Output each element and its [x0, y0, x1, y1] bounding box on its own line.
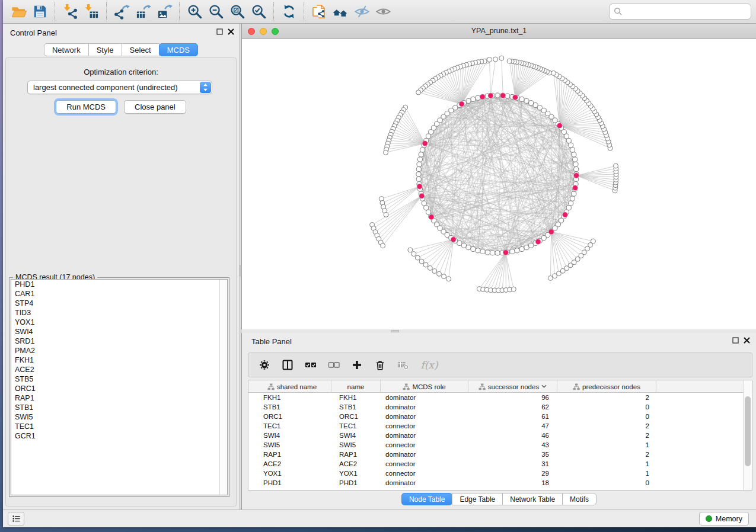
table-scrollbar-thumb[interactable]	[745, 396, 751, 466]
table-row-YOX1[interactable]: YOX1YOX1connector291	[248, 469, 744, 478]
result-node-item[interactable]: YOX1	[11, 318, 227, 327]
cell-predecessor-nodes: 2	[557, 393, 656, 402]
column-label: name	[347, 383, 365, 390]
import-network-button[interactable]	[59, 2, 81, 22]
cell-MCDS-role: dominator	[381, 412, 468, 421]
column-header-MCDS-role[interactable]: MCDS role	[381, 380, 468, 393]
column-type-icon	[403, 383, 410, 390]
export-image-button[interactable]	[154, 2, 175, 22]
float-panel-icon[interactable]	[216, 28, 223, 35]
splitter-grip-h[interactable]	[391, 330, 399, 332]
task-history-button[interactable]	[8, 512, 24, 525]
select-all-checkboxes-button[interactable]	[303, 357, 318, 373]
tab-style[interactable]: Style	[88, 43, 122, 56]
function-builder-button: f(x)	[419, 357, 440, 373]
result-node-item[interactable]: TID3	[11, 308, 227, 318]
table-tab-motifs[interactable]: Motifs	[562, 493, 596, 505]
result-node-item[interactable]: ORC1	[11, 384, 227, 393]
criterion-dropdown-value: largest connected component (undirected)	[33, 83, 200, 92]
zoom-selected-icon	[251, 4, 267, 20]
column-header-successor-nodes[interactable]: successor nodes	[468, 380, 557, 393]
table-header-row: shared namenameMCDS rolesuccessor nodesp…	[248, 380, 744, 393]
first-neighbors-button[interactable]	[330, 2, 351, 22]
split-columns-button[interactable]	[280, 357, 295, 373]
network-title: YPA_prune.txt_1	[242, 27, 756, 35]
network-canvas[interactable]	[242, 39, 755, 329]
result-node-item[interactable]: CAR1	[11, 289, 227, 299]
close-panel-icon[interactable]	[228, 28, 234, 35]
result-node-item[interactable]: PHD1	[11, 280, 227, 289]
deselect-all-checkboxes-button[interactable]	[326, 357, 342, 373]
table-tab-node-table[interactable]: Node Table	[401, 493, 453, 505]
run-mcds-button[interactable]: Run MCDS	[56, 100, 116, 114]
result-node-item[interactable]: STB1	[11, 403, 227, 412]
result-node-item[interactable]: TEC1	[11, 422, 227, 431]
import-table-button[interactable]	[81, 2, 102, 22]
refresh-button[interactable]	[278, 2, 299, 22]
table-tab-network-table[interactable]: Network Table	[502, 493, 563, 505]
export-network-button[interactable]	[111, 2, 132, 22]
tab-select[interactable]: Select	[122, 43, 160, 56]
cell-successor-nodes: 62	[468, 402, 557, 412]
result-node-item[interactable]: STP4	[11, 299, 227, 308]
cell-shared-name: YOX1	[253, 469, 331, 478]
result-node-item[interactable]: SWI4	[11, 327, 227, 336]
show-all-button[interactable]	[372, 2, 394, 22]
duplicate-network-button[interactable]	[308, 2, 330, 22]
table-tab-edge-table[interactable]: Edge Table	[452, 493, 503, 505]
table-row-RAP1[interactable]: RAP1RAP1dominator352	[248, 450, 744, 459]
tab-mcds[interactable]: MCDS	[159, 43, 198, 56]
float-table-panel-icon[interactable]	[732, 337, 739, 344]
table-row-STB1[interactable]: STB1STB1dominator620	[248, 402, 744, 412]
zoom-fit-button[interactable]	[227, 2, 248, 22]
cell-MCDS-role: dominator	[381, 450, 468, 459]
delete-column-button[interactable]	[372, 357, 388, 373]
desktop-background: Control Panel NetworkStyleSelectMCDS Opt…	[0, 0, 756, 532]
mcds-result-list[interactable]: PHD1CAR1STP4TID3YOX1SWI4SRD1PMA2FKH1ACE2…	[11, 279, 228, 495]
export-table-button[interactable]	[132, 2, 154, 22]
column-header-name[interactable]: name	[331, 380, 381, 393]
cell-name: FKH1	[331, 393, 381, 402]
list-icon	[11, 514, 21, 524]
table-scrollbar[interactable]	[743, 380, 752, 490]
result-node-item[interactable]: PMA2	[11, 346, 227, 355]
column-header-shared-name[interactable]: shared name	[253, 380, 331, 393]
zoom-in-button[interactable]	[184, 2, 205, 22]
close-table-panel-icon[interactable]	[744, 337, 750, 344]
result-node-item[interactable]: SRD1	[11, 336, 227, 346]
toolbar-separator	[304, 2, 304, 21]
result-node-item[interactable]: STB5	[11, 374, 227, 384]
delete-column-icon	[374, 359, 386, 371]
search-input[interactable]	[623, 7, 747, 16]
column-header-predecessor-nodes[interactable]: predecessor nodes	[557, 380, 656, 393]
table-row-SWI5[interactable]: SWI5SWI5connector431	[248, 440, 744, 450]
cell-MCDS-role: dominator	[381, 478, 468, 488]
close-panel-button[interactable]: Close panel	[124, 100, 186, 114]
table-row-PHD1[interactable]: PHD1PHD1dominator180	[248, 478, 744, 488]
table-row-ACE2[interactable]: ACE2ACE2connector311	[248, 459, 744, 469]
save-button[interactable]	[29, 2, 50, 22]
result-node-item[interactable]: GCR1	[11, 431, 227, 441]
memory-button[interactable]: Memory	[699, 512, 749, 525]
result-node-item[interactable]: RAP1	[11, 393, 227, 403]
zoom-fit-icon	[229, 4, 245, 20]
search-box[interactable]	[609, 4, 751, 20]
table-row-TEC1[interactable]: TEC1TEC1connector472	[248, 421, 744, 431]
table-row-SWI4[interactable]: SWI4SWI4dominator462	[248, 431, 744, 440]
result-list-scrollbar[interactable]	[219, 280, 227, 495]
table-row-FKH1[interactable]: FKH1FKH1dominator962	[248, 393, 744, 402]
settings-gear-button[interactable]	[257, 357, 272, 373]
table-row-ORC1[interactable]: ORC1ORC1dominator610	[248, 412, 744, 421]
hide-selected-button[interactable]	[351, 2, 372, 22]
result-node-item[interactable]: ACE2	[11, 365, 227, 374]
network-view-window: YPA_prune.txt_1	[241, 24, 756, 329]
result-node-item[interactable]: FKH1	[11, 355, 227, 365]
add-column-button[interactable]	[349, 357, 365, 373]
cell-MCDS-role: connector	[381, 421, 468, 431]
zoom-selected-button[interactable]	[248, 2, 269, 22]
open-folder-button[interactable]	[8, 2, 29, 22]
tab-network[interactable]: Network	[44, 43, 89, 56]
zoom-out-button[interactable]	[205, 2, 227, 22]
result-node-item[interactable]: SWI5	[11, 412, 227, 422]
criterion-dropdown[interactable]: largest connected component (undirected)	[27, 81, 212, 94]
